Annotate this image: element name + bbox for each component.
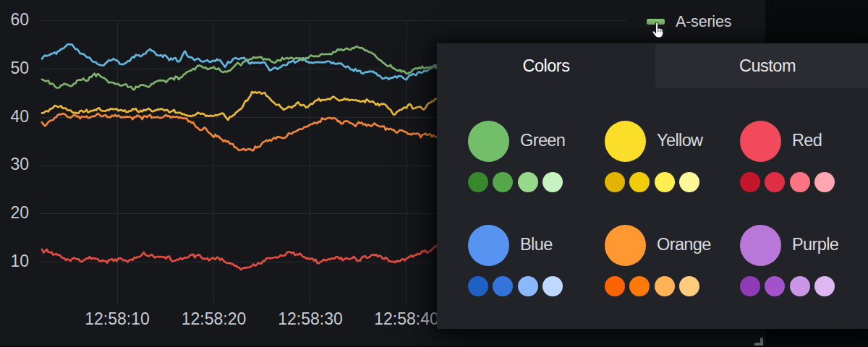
svg-text:12:58:10: 12:58:10 [85,309,150,328]
svg-text:50: 50 [10,59,29,77]
svg-text:30: 30 [10,155,29,174]
svg-text:12:58:20: 12:58:20 [182,309,247,328]
svg-text:40: 40 [10,107,29,126]
svg-text:10: 10 [10,252,29,270]
svg-text:12:58:30: 12:58:30 [278,309,343,328]
svg-text:12:58:40: 12:58:40 [374,309,439,328]
svg-text:20: 20 [10,203,29,222]
svg-text:60: 60 [10,10,29,29]
